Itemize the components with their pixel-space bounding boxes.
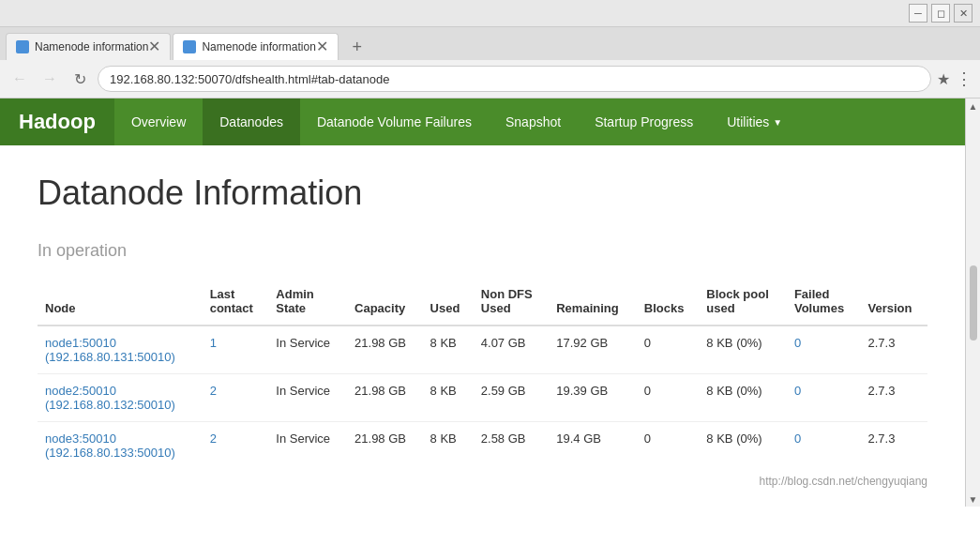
window-controls: ─ ◻ ✕ [0,0,980,27]
node-link-1[interactable]: node2:50010 [45,384,116,398]
scrollbar[interactable]: ▲ ▼ [965,98,980,507]
col-failed-volumes: FailedVolumes [787,280,861,325]
cell-admin-state-0: In Service [268,325,347,374]
nav-utilities[interactable]: Utilities ▼ [710,98,799,145]
main-content: Hadoop Overview Datanodes Datanode Volum… [0,98,965,507]
cell-admin-state-1: In Service [268,374,347,422]
table-row: node1:50010 (192.168.80.131:50010) 1 In … [38,325,927,374]
failed-volumes-link-2[interactable]: 0 [794,431,801,446]
col-admin-state: AdminState [268,280,347,325]
table-header-row: Node Lastcontact AdminState Capacity Use… [38,280,927,325]
cell-failed-volumes-1: 0 [787,374,861,422]
col-version: Version [860,280,927,325]
node-link-2[interactable]: node3:50010 [45,431,116,446]
navbar: Hadoop Overview Datanodes Datanode Volum… [0,98,965,145]
restore-button[interactable]: ◻ [931,4,950,23]
nav-datanodes[interactable]: Datanodes [203,98,300,145]
col-used: Used [423,280,474,325]
tab-2-close[interactable]: ✕ [316,39,328,54]
tab-bar: Namenode information ✕ Namenode informat… [0,27,980,60]
browser-chrome: Namenode information ✕ Namenode informat… [0,27,980,98]
nav-utilities-label: Utilities [727,114,769,129]
cell-node-0: node1:50010 (192.168.80.131:50010) [38,325,203,374]
page-title: Datanode Information [38,174,927,213]
bookmark-icon[interactable]: ★ [937,70,950,88]
cell-node-2: node3:50010 (192.168.80.133:50010) [38,422,203,470]
address-bar-row: ← → ↻ ★ ⋮ [0,60,980,98]
cell-blocks-2: 0 [637,422,700,470]
cell-used-2: 8 KB [423,422,474,470]
nav-startup-progress[interactable]: Startup Progress [578,98,710,145]
failed-volumes-link-0[interactable]: 0 [794,336,801,350]
cell-used-1: 8 KB [423,374,474,422]
failed-volumes-link-1[interactable]: 0 [794,384,801,398]
cell-blocks-0: 0 [637,325,700,374]
cell-non-dfs-used-1: 2.59 GB [474,374,549,422]
nav-snapshot[interactable]: Snapshot [489,98,578,145]
scroll-up-button[interactable]: ▲ [966,98,980,114]
cell-non-dfs-used-2: 2.58 GB [474,422,549,470]
table-row: node3:50010 (192.168.80.133:50010) 2 In … [38,422,927,470]
cell-capacity-2: 21.98 GB [347,422,423,470]
scroll-track-top [966,114,980,264]
table-body: node1:50010 (192.168.80.131:50010) 1 In … [38,325,927,469]
cell-last-contact-0: 1 [203,325,269,374]
cell-capacity-1: 21.98 GB [347,374,423,422]
datanode-table: Node Lastcontact AdminState Capacity Use… [38,280,927,469]
scroll-track-bottom [966,342,980,492]
cell-failed-volumes-2: 0 [787,422,861,470]
cell-remaining-2: 19.4 GB [549,422,637,470]
cell-block-pool-used-2: 8 KB (0%) [699,422,787,470]
navbar-brand[interactable]: Hadoop [0,98,114,145]
chevron-down-icon: ▼ [773,117,782,128]
content-area: Datanode Information In operation Node L… [0,145,965,507]
tab-icon-2 [183,40,196,53]
tab-icon-1 [16,40,29,53]
cell-version-2: 2.7.3 [860,422,927,470]
last-contact-link-2[interactable]: 2 [210,431,217,446]
node-ip-link-1[interactable]: (192.168.80.132:50010) [45,398,175,412]
cell-used-0: 8 KB [423,325,474,374]
scroll-down-button[interactable]: ▼ [966,492,980,507]
table-row: node2:50010 (192.168.80.132:50010) 2 In … [38,374,927,422]
cell-remaining-1: 19.39 GB [549,374,637,422]
cell-last-contact-1: 2 [203,374,269,422]
tab-1-close[interactable]: ✕ [148,39,160,54]
nav-datanode-volume-failures[interactable]: Datanode Volume Failures [300,98,489,145]
cell-capacity-0: 21.98 GB [347,325,423,374]
forward-button[interactable]: → [38,67,62,91]
tab-1[interactable]: Namenode information ✕ [6,33,171,60]
cell-version-0: 2.7.3 [860,325,927,374]
last-contact-link-1[interactable]: 2 [210,384,217,398]
col-remaining: Remaining [549,280,637,325]
tab-1-label: Namenode information [35,40,148,53]
cell-block-pool-used-0: 8 KB (0%) [699,325,787,374]
cell-failed-volumes-0: 0 [787,325,861,374]
page-wrapper: Hadoop Overview Datanodes Datanode Volum… [0,98,980,507]
node-link-0[interactable]: node1:50010 [45,336,116,350]
last-contact-link-0[interactable]: 1 [210,336,217,350]
cell-last-contact-2: 2 [203,422,269,470]
close-button[interactable]: ✕ [954,4,972,23]
nav-overview[interactable]: Overview [114,98,203,145]
col-last-contact: Lastcontact [203,280,269,325]
menu-icon[interactable]: ⋮ [956,68,972,89]
node-ip-link-2[interactable]: (192.168.80.133:50010) [45,446,175,460]
reload-button[interactable]: ↻ [68,67,92,91]
section-title: In operation [38,241,927,261]
col-block-pool-used: Block poolused [699,280,787,325]
col-node: Node [38,280,203,325]
col-non-dfs-used: Non DFSUsed [474,280,549,325]
node-ip-link-0[interactable]: (192.168.80.131:50010) [45,350,175,364]
new-tab-button[interactable]: + [344,34,370,60]
cell-node-1: node2:50010 (192.168.80.132:50010) [38,374,203,422]
address-input[interactable] [98,66,931,92]
back-button[interactable]: ← [8,67,32,91]
cell-non-dfs-used-0: 4.07 GB [474,325,549,374]
tab-2[interactable]: Namenode information ✕ [173,33,338,60]
scroll-thumb[interactable] [970,265,977,341]
cell-remaining-0: 17.92 GB [549,325,637,374]
minimize-button[interactable]: ─ [909,4,927,23]
cell-version-1: 2.7.3 [860,374,927,422]
col-capacity: Capacity [347,280,423,325]
